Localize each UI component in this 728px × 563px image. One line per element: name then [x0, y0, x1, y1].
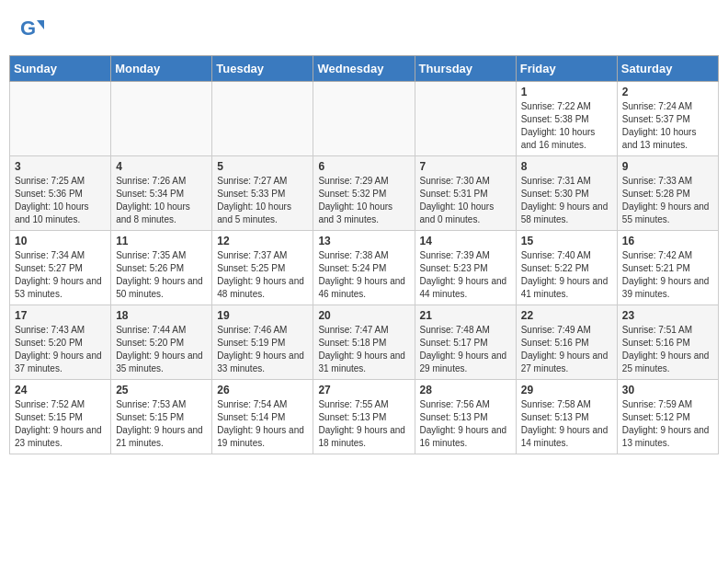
day-info: Sunrise: 7:26 AM Sunset: 5:34 PM Dayligh… [116, 175, 207, 226]
page-header: G [9, 9, 719, 50]
day-info: Sunrise: 7:56 AM Sunset: 5:13 PM Dayligh… [420, 398, 511, 450]
calendar-cell: 2Sunrise: 7:24 AM Sunset: 5:37 PM Daylig… [617, 82, 718, 156]
calendar-cell: 24Sunrise: 7:52 AM Sunset: 5:15 PM Dayli… [10, 380, 111, 454]
calendar-cell: 10Sunrise: 7:34 AM Sunset: 5:27 PM Dayli… [10, 231, 111, 305]
calendar-cell: 18Sunrise: 7:44 AM Sunset: 5:20 PM Dayli… [111, 305, 212, 380]
day-info: Sunrise: 7:34 AM Sunset: 5:27 PM Dayligh… [15, 249, 106, 301]
day-info: Sunrise: 7:43 AM Sunset: 5:20 PM Dayligh… [15, 324, 106, 375]
weekday-header: Wednesday [313, 56, 415, 82]
calendar-cell [111, 82, 212, 156]
day-number: 10 [15, 235, 106, 247]
calendar-cell: 13Sunrise: 7:38 AM Sunset: 5:24 PM Dayli… [313, 231, 415, 305]
day-number: 4 [116, 160, 207, 173]
calendar-cell: 14Sunrise: 7:39 AM Sunset: 5:23 PM Dayli… [415, 231, 516, 305]
day-number: 1 [521, 86, 612, 98]
day-number: 28 [420, 384, 511, 396]
calendar-cell: 26Sunrise: 7:54 AM Sunset: 5:14 PM Dayli… [212, 380, 313, 454]
calendar-cell: 12Sunrise: 7:37 AM Sunset: 5:25 PM Dayli… [212, 231, 313, 305]
calendar-table: SundayMondayTuesdayWednesdayThursdayFrid… [9, 55, 719, 454]
day-number: 5 [217, 160, 308, 173]
day-info: Sunrise: 7:30 AM Sunset: 5:31 PM Dayligh… [420, 175, 511, 226]
day-number: 14 [420, 235, 511, 247]
day-info: Sunrise: 7:27 AM Sunset: 5:33 PM Dayligh… [217, 175, 308, 226]
day-number: 21 [420, 309, 511, 322]
calendar-cell: 8Sunrise: 7:31 AM Sunset: 5:30 PM Daylig… [516, 156, 617, 231]
svg-text:G: G [20, 17, 36, 40]
calendar-cell: 21Sunrise: 7:48 AM Sunset: 5:17 PM Dayli… [415, 305, 516, 380]
weekday-header: Friday [516, 56, 617, 82]
day-number: 16 [622, 235, 713, 247]
day-info: Sunrise: 7:40 AM Sunset: 5:22 PM Dayligh… [521, 249, 612, 301]
day-number: 26 [217, 384, 308, 396]
calendar-cell: 28Sunrise: 7:56 AM Sunset: 5:13 PM Dayli… [415, 380, 516, 454]
calendar-week-row: 3Sunrise: 7:25 AM Sunset: 5:36 PM Daylig… [10, 156, 719, 231]
day-info: Sunrise: 7:37 AM Sunset: 5:25 PM Dayligh… [217, 249, 308, 301]
weekday-header: Sunday [10, 56, 111, 82]
calendar-cell: 11Sunrise: 7:35 AM Sunset: 5:26 PM Dayli… [111, 231, 212, 305]
calendar-week-row: 10Sunrise: 7:34 AM Sunset: 5:27 PM Dayli… [10, 231, 719, 305]
day-info: Sunrise: 7:55 AM Sunset: 5:13 PM Dayligh… [318, 398, 409, 450]
day-number: 20 [318, 309, 409, 322]
calendar-cell: 29Sunrise: 7:58 AM Sunset: 5:13 PM Dayli… [516, 380, 617, 454]
weekday-header: Monday [111, 56, 212, 82]
day-number: 11 [116, 235, 207, 247]
calendar-cell: 9Sunrise: 7:33 AM Sunset: 5:28 PM Daylig… [617, 156, 718, 231]
day-number: 27 [318, 384, 409, 396]
day-number: 22 [521, 309, 612, 322]
calendar-cell: 7Sunrise: 7:30 AM Sunset: 5:31 PM Daylig… [415, 156, 516, 231]
day-info: Sunrise: 7:44 AM Sunset: 5:20 PM Dayligh… [116, 324, 207, 375]
day-info: Sunrise: 7:22 AM Sunset: 5:38 PM Dayligh… [521, 100, 612, 152]
day-number: 24 [15, 384, 106, 396]
day-info: Sunrise: 7:47 AM Sunset: 5:18 PM Dayligh… [318, 324, 409, 375]
logo: G [18, 17, 48, 46]
calendar-cell: 20Sunrise: 7:47 AM Sunset: 5:18 PM Dayli… [313, 305, 415, 380]
day-info: Sunrise: 7:51 AM Sunset: 5:16 PM Dayligh… [622, 324, 713, 375]
day-info: Sunrise: 7:53 AM Sunset: 5:15 PM Dayligh… [116, 398, 207, 450]
day-number: 30 [622, 384, 713, 396]
day-number: 12 [217, 235, 308, 247]
svg-marker-1 [37, 20, 44, 29]
day-info: Sunrise: 7:35 AM Sunset: 5:26 PM Dayligh… [116, 249, 207, 301]
weekday-header: Thursday [415, 56, 516, 82]
day-info: Sunrise: 7:33 AM Sunset: 5:28 PM Dayligh… [622, 175, 713, 226]
calendar-cell: 22Sunrise: 7:49 AM Sunset: 5:16 PM Dayli… [516, 305, 617, 380]
day-info: Sunrise: 7:46 AM Sunset: 5:19 PM Dayligh… [217, 324, 308, 375]
day-info: Sunrise: 7:42 AM Sunset: 5:21 PM Dayligh… [622, 249, 713, 301]
calendar-cell: 5Sunrise: 7:27 AM Sunset: 5:33 PM Daylig… [212, 156, 313, 231]
calendar-cell: 23Sunrise: 7:51 AM Sunset: 5:16 PM Dayli… [617, 305, 718, 380]
day-number: 9 [622, 160, 713, 173]
day-number: 29 [521, 384, 612, 396]
day-number: 2 [622, 86, 713, 98]
calendar-week-row: 1Sunrise: 7:22 AM Sunset: 5:38 PM Daylig… [10, 82, 719, 156]
day-info: Sunrise: 7:54 AM Sunset: 5:14 PM Dayligh… [217, 398, 308, 450]
calendar-cell: 4Sunrise: 7:26 AM Sunset: 5:34 PM Daylig… [111, 156, 212, 231]
calendar-cell: 30Sunrise: 7:59 AM Sunset: 5:12 PM Dayli… [617, 380, 718, 454]
calendar-cell [313, 82, 415, 156]
day-info: Sunrise: 7:39 AM Sunset: 5:23 PM Dayligh… [420, 249, 511, 301]
calendar-cell: 6Sunrise: 7:29 AM Sunset: 5:32 PM Daylig… [313, 156, 415, 231]
calendar-cell: 19Sunrise: 7:46 AM Sunset: 5:19 PM Dayli… [212, 305, 313, 380]
calendar-cell: 16Sunrise: 7:42 AM Sunset: 5:21 PM Dayli… [617, 231, 718, 305]
weekday-header-row: SundayMondayTuesdayWednesdayThursdayFrid… [10, 56, 719, 82]
day-number: 15 [521, 235, 612, 247]
calendar-week-row: 17Sunrise: 7:43 AM Sunset: 5:20 PM Dayli… [10, 305, 719, 380]
day-info: Sunrise: 7:48 AM Sunset: 5:17 PM Dayligh… [420, 324, 511, 375]
day-number: 18 [116, 309, 207, 322]
day-info: Sunrise: 7:59 AM Sunset: 5:12 PM Dayligh… [622, 398, 713, 450]
day-info: Sunrise: 7:31 AM Sunset: 5:30 PM Dayligh… [521, 175, 612, 226]
day-number: 13 [318, 235, 409, 247]
day-number: 8 [521, 160, 612, 173]
day-info: Sunrise: 7:24 AM Sunset: 5:37 PM Dayligh… [622, 100, 713, 152]
day-info: Sunrise: 7:25 AM Sunset: 5:36 PM Dayligh… [15, 175, 106, 226]
day-info: Sunrise: 7:58 AM Sunset: 5:13 PM Dayligh… [521, 398, 612, 450]
day-number: 6 [318, 160, 409, 173]
day-info: Sunrise: 7:52 AM Sunset: 5:15 PM Dayligh… [15, 398, 106, 450]
day-info: Sunrise: 7:29 AM Sunset: 5:32 PM Dayligh… [318, 175, 409, 226]
weekday-header: Saturday [617, 56, 718, 82]
day-number: 3 [15, 160, 106, 173]
calendar-cell: 25Sunrise: 7:53 AM Sunset: 5:15 PM Dayli… [111, 380, 212, 454]
calendar-cell [415, 82, 516, 156]
day-number: 17 [15, 309, 106, 322]
day-number: 25 [116, 384, 207, 396]
day-number: 19 [217, 309, 308, 322]
